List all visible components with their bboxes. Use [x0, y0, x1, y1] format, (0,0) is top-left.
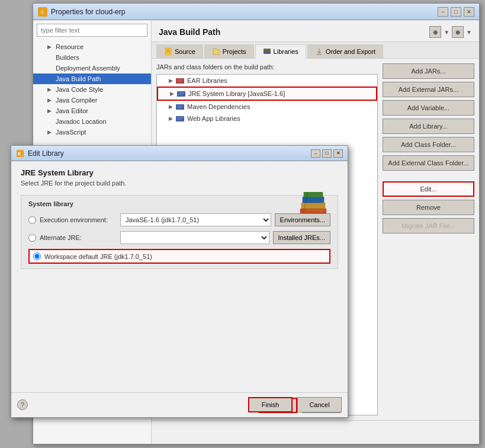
system-lib-label: System library [28, 200, 330, 207]
svg-rect-17 [177, 105, 183, 107]
lib-item-webapp[interactable]: ▶ Web App Libraries [157, 113, 377, 124]
add-external-class-folder-button[interactable]: Add External Class Folder... [383, 155, 474, 171]
arrow-icon: ▶ [169, 104, 173, 110]
sidebar-item-label: Java Editor [56, 107, 88, 114]
edit-button[interactable]: Edit... [383, 181, 474, 197]
sidebar-item-deployment[interactable]: Deployment Assembly [33, 63, 151, 73]
add-variable-button[interactable]: Add Variable... [383, 100, 474, 116]
arrow-icon: ▶ [169, 116, 173, 121]
nav-back-button[interactable]: ⊕ [429, 26, 441, 38]
tab-projects[interactable]: Projects [204, 44, 254, 58]
jre-icon [176, 89, 186, 98]
maximize-button[interactable]: □ [451, 7, 461, 17]
svg-rect-19 [176, 116, 184, 121]
add-external-jars-button[interactable]: Add External JARs... [383, 82, 474, 97]
dialog-body: JRE System Library Select JRE for the pr… [11, 161, 348, 276]
svg-rect-11 [177, 79, 183, 81]
execution-env-row: Execution environment: JavaSE-1.6 (jdk1.… [28, 213, 330, 226]
sidebar-item-java-code-style[interactable]: ▶ Java Code Style [33, 84, 151, 95]
dialog-close[interactable]: ✕ [333, 149, 343, 158]
ear-icon [175, 76, 185, 85]
execution-env-label: Execution environment: [40, 216, 117, 223]
svg-rect-32 [307, 210, 325, 211]
alternate-jre-label: Alternate JRE: [40, 234, 117, 241]
sidebar-item-label: JavaScript [56, 129, 86, 136]
dialog-title-icon: E [16, 149, 24, 158]
sidebar-item-java-compiler[interactable]: ▶ Java Compiler [33, 95, 151, 105]
svg-rect-21 [177, 119, 181, 120]
svg-rect-6 [264, 50, 271, 52]
tab-libraries-label: Libraries [274, 48, 298, 55]
remove-button[interactable]: Remove [383, 200, 474, 215]
svg-rect-10 [176, 78, 184, 84]
execution-env-dropdown[interactable]: JavaSE-1.6 (jdk1.7.0_51) [120, 213, 271, 226]
filter-container [37, 24, 147, 37]
alternate-jre-dropdown[interactable] [120, 231, 269, 244]
dialog-minimize[interactable]: – [311, 149, 320, 158]
sidebar-item-javadoc[interactable]: Javadoc Location [33, 116, 151, 127]
content-title: Java Build Path [159, 27, 220, 37]
svg-rect-13 [177, 91, 185, 97]
lib-label: EAR Libraries [187, 77, 227, 84]
add-class-folder-button[interactable]: Add Class Folder... [383, 137, 474, 152]
tab-bar: Source Projects [152, 42, 479, 59]
sidebar-item-builders[interactable]: Builders [33, 52, 151, 63]
edit-library-dialog: E Edit Library – □ ✕ JRE System Library … [11, 145, 348, 418]
lib-item-ear[interactable]: ▶ EAR Libraries [157, 75, 377, 87]
books-icon [298, 192, 329, 219]
finish-button[interactable]: Finish [248, 397, 293, 412]
system-library-section: System library Execution environment: Ja… [21, 195, 338, 269]
tab-libraries[interactable]: Libraries [255, 44, 306, 59]
sidebar-item-java-build-path[interactable]: Java Build Path [33, 73, 151, 84]
filter-input[interactable] [37, 24, 147, 37]
add-jars-button[interactable]: Add JARs... [383, 63, 474, 79]
sidebar-item-label: Deployment Assembly [56, 65, 120, 72]
arrow-icon: ▶ [47, 108, 53, 114]
lib-item-maven[interactable]: ▶ Maven Dependencies [157, 101, 377, 113]
svg-text:J: J [41, 10, 43, 14]
workspace-jre-radio[interactable] [33, 252, 41, 260]
properties-titlebar: J Properties for cloud-erp – □ ✕ [33, 4, 479, 20]
sidebar-item-javascript[interactable]: ▶ JavaScript [33, 127, 151, 137]
arrow-icon: ▶ [47, 129, 53, 135]
cancel-main-button[interactable]: Cancel [297, 397, 342, 412]
alternate-jre-radio[interactable] [28, 234, 36, 242]
sidebar-item-java-editor[interactable]: ▶ Java Editor [33, 105, 151, 116]
add-library-button[interactable]: Add Library... [383, 119, 474, 134]
tab-source[interactable]: Source [156, 44, 203, 58]
installed-jres-button[interactable]: Installed JREs... [273, 231, 330, 244]
lib-label: Web App Libraries [187, 115, 240, 122]
help-icon[interactable]: ? [17, 399, 28, 410]
dialog-titlebar: E Edit Library – □ ✕ [11, 146, 348, 161]
svg-text:E: E [18, 151, 21, 156]
tab-order-export-label: Order and Export [326, 48, 375, 55]
svg-rect-8 [264, 49, 271, 50]
properties-title: Properties for cloud-erp [51, 8, 125, 16]
order-export-icon [315, 47, 323, 56]
nav-fwd-button[interactable]: ⊕ [452, 26, 464, 38]
title-left: J Properties for cloud-erp [38, 7, 125, 17]
sidebar-item-resource[interactable]: ▶ Resource [33, 41, 151, 52]
dialog-section-title: JRE System Library [21, 168, 338, 177]
dialog-header-section: JRE System Library Select JRE for the pr… [21, 168, 338, 187]
close-button[interactable]: ✕ [464, 7, 474, 17]
webapp-icon [175, 114, 185, 123]
minimize-button[interactable]: – [438, 7, 448, 17]
maven-icon [175, 103, 185, 111]
migrate-jar-button[interactable]: Migrate JAR File... [383, 218, 474, 233]
sidebar-item-label: Java Build Path [56, 75, 101, 82]
svg-rect-20 [177, 117, 183, 119]
libraries-icon [263, 47, 271, 56]
tab-projects-label: Projects [223, 48, 246, 55]
window-controls: – □ ✕ [438, 7, 474, 17]
dialog-maximize[interactable]: □ [322, 149, 332, 158]
source-icon [164, 47, 172, 56]
build-path-label: JARs and class folders on the build path… [156, 63, 378, 71]
sidebar-item-label: Java Code Style [56, 86, 103, 93]
dialog-controls: – □ ✕ [311, 149, 343, 158]
execution-env-radio[interactable] [28, 216, 36, 224]
svg-rect-14 [178, 92, 184, 94]
svg-rect-26 [303, 197, 324, 203]
tab-order-export[interactable]: Order and Export [307, 44, 383, 58]
lib-item-jre[interactable]: ▶ JRE System Library [JavaSE-1.6] [157, 87, 377, 101]
